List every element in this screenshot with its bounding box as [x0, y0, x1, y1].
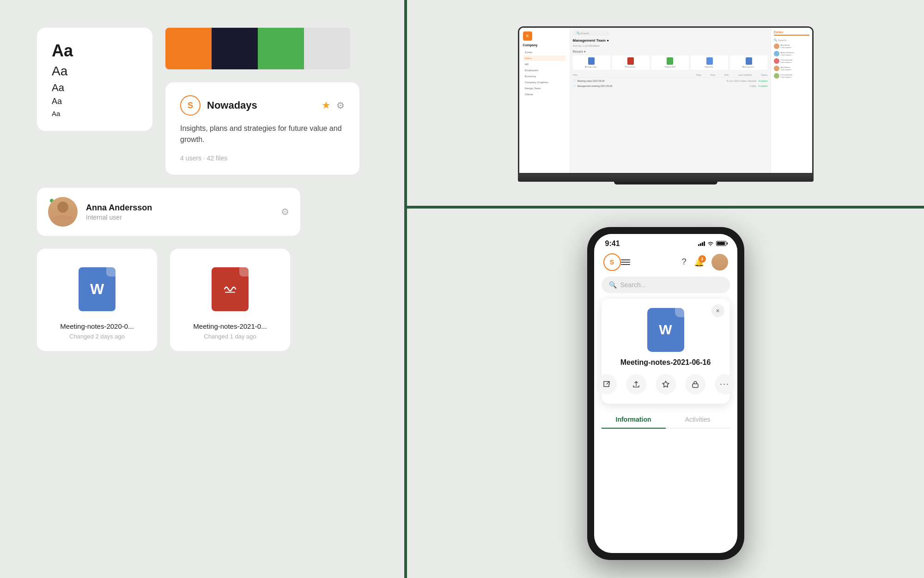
company-header-right: ★ ⚙	[322, 99, 345, 111]
sidebar-item-company-graphics[interactable]: Company Graphics	[523, 80, 566, 85]
file-changed-pdf: Changed 1 day ago	[204, 333, 256, 340]
mini-file-1[interactable]: Meeting notes...	[573, 55, 610, 70]
phone-search-bar[interactable]: 🔍 Search...	[602, 277, 730, 293]
app-header-bar: 🔍 Search	[573, 31, 768, 36]
mini-file-5[interactable]: Meeting notes...	[730, 55, 767, 70]
user-info: Anna Andersson Internal user	[86, 203, 273, 221]
avatar-circle-1	[774, 43, 779, 49]
star-favorite-button[interactable]	[656, 374, 676, 394]
mini-file-icon-4	[706, 57, 713, 65]
file-list-note: B.Lars 2022 Anders Sandwik	[727, 80, 756, 82]
svg-rect-0	[221, 276, 237, 297]
avatar-container	[48, 197, 78, 227]
sidebar-item-clients[interactable]: Clients	[523, 92, 566, 97]
file-list: Files Note Host Risk Last modified Statu…	[573, 74, 768, 89]
mini-file-2[interactable]: Presentation...	[612, 55, 650, 70]
mini-file-4[interactable]: Statement...	[691, 55, 728, 70]
lock-button[interactable]	[685, 374, 705, 394]
color-palette	[165, 28, 350, 69]
phone-mockup: 9:41	[587, 227, 744, 560]
mini-search-input[interactable]: 🔍 Search	[573, 31, 610, 36]
avatar-item-4: Axel BodénLorem ipsum...	[774, 66, 809, 71]
recent-label: Recent ▾	[573, 50, 768, 54]
mini-file-name-5: Meeting notes...	[742, 66, 755, 68]
company-card: S Nowadays ★ ⚙ Insights, plans and strat…	[165, 82, 359, 175]
signal-bar-4	[704, 241, 705, 246]
avatar-name-2: Anders HanssonLorem ipsum...	[781, 51, 795, 56]
phone-file-actions: ···	[596, 374, 735, 394]
company-header: S Nowadays ★ ⚙	[180, 95, 345, 116]
settings-gear-icon[interactable]: ⚙	[336, 100, 345, 111]
help-circle-icon[interactable]: ?	[681, 257, 686, 267]
hamburger-menu-icon[interactable]	[621, 259, 630, 265]
file-list-row-2[interactable]: 📄 Management-meeting-2021-09-06 Folder A…	[573, 84, 768, 89]
file-card-pdf[interactable]: Meeting-notes-2021-0... Changed 1 day ag…	[170, 249, 290, 351]
information-tab[interactable]: Information	[602, 411, 666, 429]
color-swatch-gray	[304, 28, 350, 69]
file-card-word[interactable]: W Meeting-notes-2020-0... Changed 2 days…	[37, 249, 157, 351]
word-file-icon: W	[79, 267, 116, 311]
sidebar-item-hr[interactable]: HR	[523, 61, 566, 67]
file-list-row-1[interactable]: 📄 Meeting-notes-2022-09-06 B.Lars 2022 A…	[573, 79, 768, 84]
mini-file-name-4: Statement...	[705, 66, 715, 68]
right-panel-zones-tab[interactable]: Zones	[774, 31, 809, 36]
battery-icon	[716, 241, 726, 246]
avatar-circle-4	[774, 66, 779, 71]
sidebar-item-economy[interactable]: Economy	[523, 74, 566, 79]
left-panel: Aa Aa Aa Aa Aa S Nowadays	[0, 0, 404, 578]
right-panel-search[interactable]: 🔍 Search...	[774, 38, 809, 42]
company-logo: S	[180, 95, 201, 116]
color-swatch-dark	[212, 28, 258, 69]
app-ui: S Company Zones Users HR Employees Econo…	[519, 28, 812, 173]
avatar-name-1: Axel BodénLorem ipsum...	[781, 44, 793, 49]
notification-badge: 3	[699, 255, 706, 263]
avatar-item-2: Anders HanssonLorem ipsum...	[774, 51, 809, 56]
avatar-item-5: Tim (unsaved)Lorem ipsum...	[774, 73, 809, 79]
hamburger-line-2	[621, 262, 630, 263]
info-tabs: Information Activities	[602, 411, 730, 429]
pdf-file-icon	[212, 267, 249, 311]
mobile-area: 9:41	[407, 209, 924, 578]
phone-user-avatar[interactable]	[711, 254, 728, 271]
app-main: 🔍 Search Management Team ● Sort by: Last…	[570, 28, 771, 173]
top-row: Aa Aa Aa Aa Aa S Nowadays	[37, 28, 367, 175]
avatar-circle-2	[774, 51, 779, 56]
file-close-button[interactable]: ×	[711, 304, 724, 317]
file-list-status: Available	[758, 80, 767, 82]
mini-file-3[interactable]: Budget 2022	[651, 55, 689, 70]
app-company-label: Company	[523, 43, 566, 47]
pdf-letter	[221, 276, 239, 302]
user-settings-icon[interactable]: ⚙	[281, 206, 289, 217]
phone-time: 9:41	[605, 240, 620, 248]
favorite-star-icon[interactable]: ★	[322, 99, 331, 111]
right-panel: S Company Zones Users HR Employees Econo…	[407, 0, 924, 578]
sidebar-item-zones[interactable]: Zones	[523, 49, 566, 55]
avatar-circle-3	[774, 58, 779, 64]
col-status: Status	[761, 74, 767, 76]
sidebar-item-design-team[interactable]: Design Team	[523, 86, 566, 91]
laptop-stand	[614, 182, 717, 184]
more-options-button[interactable]: ···	[715, 374, 735, 394]
file-list-icon-2: 📄	[573, 85, 576, 87]
sidebar-item-users[interactable]: Users	[523, 55, 566, 61]
company-meta: 4 users · 42 files	[180, 154, 345, 162]
files-grid: Meeting notes... Presentation... Budget …	[573, 55, 768, 70]
app-sidebar: S Company Zones Users HR Employees Econo…	[519, 28, 570, 173]
typo-sample-4: Aa	[52, 97, 138, 107]
laptop-screen: S Company Zones Users HR Employees Econo…	[518, 26, 814, 174]
sidebar-item-employees[interactable]: Employees	[523, 68, 566, 73]
company-description: Insights, plans and strategies for futur…	[180, 123, 345, 145]
app-sort-label: Sort by: Last Modified	[573, 44, 768, 47]
file-list-name: Meeting-notes-2022-09-06	[578, 80, 605, 82]
signal-bars-icon	[698, 241, 705, 246]
phone-status-icons	[698, 241, 726, 246]
phone-file-name: Meeting-notes-2021-06-16	[620, 358, 711, 367]
hamburger-line-3	[621, 264, 630, 265]
open-external-button[interactable]	[596, 374, 617, 394]
battery-fill	[717, 242, 725, 245]
col-modified: Last modified	[738, 74, 752, 76]
phone-logo[interactable]: S	[603, 253, 621, 271]
share-button[interactable]	[626, 374, 646, 394]
activities-tab[interactable]: Activities	[666, 411, 730, 428]
signal-bar-1	[698, 244, 699, 246]
